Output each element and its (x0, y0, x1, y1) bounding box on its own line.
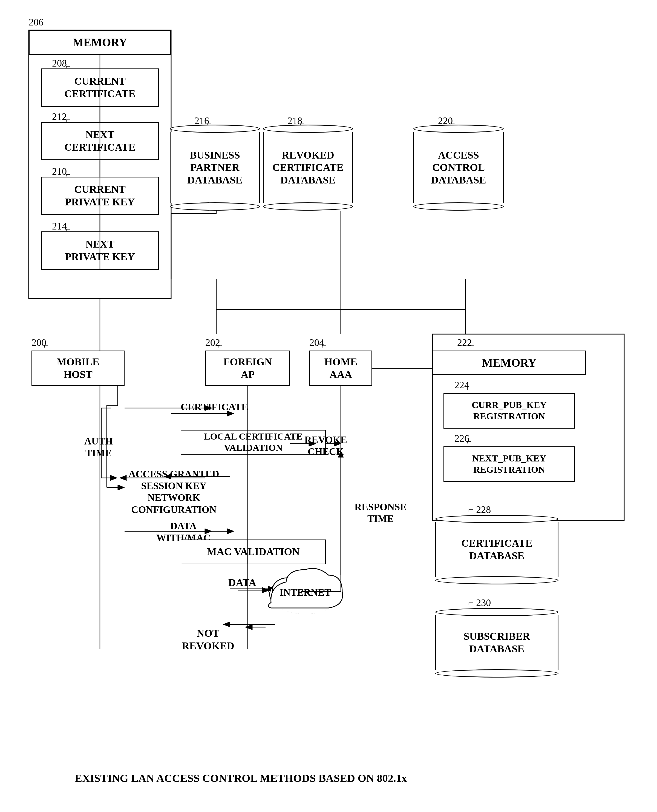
cyl-bottom-access (413, 203, 504, 210)
svg-marker-16 (227, 528, 234, 534)
access-granted-label: ACCESS GRANTEDSESSION KEY NETWORKCONFIGU… (123, 468, 224, 516)
next-pub-key-box: NEXT_PUB_KEYREGISTRATION (444, 446, 575, 482)
memory-right-box: MEMORY (433, 351, 586, 375)
next-pub-key-label: NEXT_PUB_KEYREGISTRATION (472, 453, 546, 475)
cyl-body-access: ACCESSCONTROLDATABASE (413, 132, 504, 203)
business-db-cylinder: BUSINESSPARTNERDATABASE (170, 125, 260, 210)
certificate-flow-label: CERTIFICATE (181, 401, 235, 413)
revoked-db-cylinder: REVOKEDCERTIFICATEDATABASE (263, 125, 353, 210)
next-cert-label: NEXTCERTIFICATE (64, 128, 135, 153)
mobile-host-box: MOBILEHOST (31, 351, 125, 386)
cyl-top-business (170, 125, 260, 133)
data-label: DATA (224, 577, 260, 589)
subscriber-db-cylinder: SUBSCRIBERDATABASE (435, 608, 559, 678)
cyl-body-revoked: REVOKEDCERTIFICATEDATABASE (263, 132, 353, 203)
not-revoked-label: NOT REVOKED (175, 627, 241, 652)
svg-marker-61 (245, 624, 252, 630)
internet-cloud: INTERNET (263, 564, 348, 619)
cyl-top-revoked (263, 125, 353, 133)
next-cert-box: NEXTCERTIFICATE (41, 122, 159, 160)
cyl-body-business: BUSINESSPARTNERDATABASE (170, 132, 260, 203)
access-db-cylinder: ACCESSCONTROLDATABASE (413, 125, 504, 210)
home-aaa-label: HOMEAAA (324, 356, 357, 381)
current-pk-box: CURRENTPRIVATE KEY (41, 177, 159, 215)
foreign-ap-box: FOREIGNAP (205, 351, 290, 386)
cyl-bottom-subscriber (435, 669, 559, 678)
current-cert-label: CURRENTCERTIFICATE (64, 75, 135, 100)
auth-time-label: AUTHTIME (82, 435, 115, 459)
next-pk-label: NEXTPRIVATE KEY (65, 238, 135, 263)
svg-text:INTERNET: INTERNET (280, 587, 331, 598)
current-pk-label: CURRENTPRIVATE KEY (65, 183, 135, 208)
revoke-check-label: REVOKE CHECK (296, 434, 356, 458)
ref-230: ⌐ 230 (468, 597, 491, 608)
ref-212: 212 (52, 111, 67, 122)
cyl-bottom-cert (435, 576, 559, 584)
mobile-host-label: MOBILEHOST (57, 356, 100, 381)
cyl-bottom-revoked (263, 203, 353, 210)
ref-208: 208 (52, 58, 67, 69)
svg-marker-67 (111, 475, 117, 481)
current-cert-box: CURRENTCERTIFICATE (41, 69, 159, 107)
diagram-container: 206 ⌐ MEMORY 208 ⌐ CURRENTCERTIFICATE 21… (0, 0, 657, 812)
foreign-ap-label: FOREIGNAP (223, 356, 272, 381)
curr-pub-key-label: CURR_PUB_KEYREGISTRATION (472, 399, 546, 422)
cyl-body-subscriber: SUBSCRIBERDATABASE (435, 616, 559, 670)
ref-228: ⌐ 228 (468, 504, 491, 516)
svg-marker-20 (223, 622, 230, 627)
cyl-top-cert (435, 515, 559, 523)
next-pk-box: NEXTPRIVATE KEY (41, 231, 159, 270)
cert-db-cylinder: CERTIFICATEDATABASE (435, 515, 559, 584)
ref-214: 214 (52, 220, 67, 232)
memory-top-box: MEMORY (29, 30, 171, 55)
bottom-caption: EXISTING LAN ACCESS CONTROL METHODS BASE… (29, 772, 453, 785)
ref-210: 210 (52, 166, 67, 177)
mac-val-label: MAC VALIDATION (207, 545, 300, 558)
mac-val-box: MAC VALIDATION (181, 539, 326, 564)
cyl-bottom-business (170, 203, 260, 210)
cyl-top-access (413, 125, 504, 133)
curr-pub-key-box: CURR_PUB_KEYREGISTRATION (444, 393, 575, 429)
memory-right-label: MEMORY (482, 356, 536, 370)
cyl-body-cert: CERTIFICATEDATABASE (435, 522, 559, 577)
cyl-top-subscriber (435, 608, 559, 616)
home-aaa-box: HOMEAAA (309, 351, 372, 386)
ref-206: 206 (29, 16, 44, 28)
response-time-label: RESPONSETIME (350, 501, 411, 525)
memory-top-label: MEMORY (73, 36, 127, 49)
